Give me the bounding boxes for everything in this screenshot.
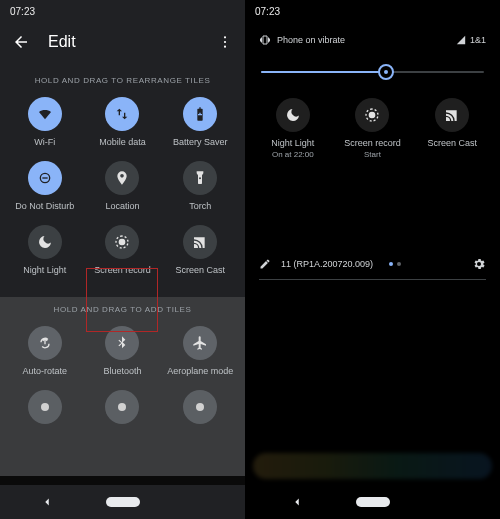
rearrange-hint: HOLD AND DRAG TO REARRANGE TILES — [0, 68, 245, 97]
tile-dnd[interactable]: Do Not Disturb — [6, 161, 84, 211]
qs-tile-screen-record[interactable]: Screen record Start — [333, 98, 413, 159]
tile-label: Mobile data — [99, 137, 146, 147]
tile-label: Screen record — [94, 265, 151, 275]
edit-pencil-icon[interactable] — [259, 258, 271, 270]
more-icon[interactable] — [217, 34, 233, 50]
tile-sublabel: Start — [364, 150, 381, 159]
tile-sublabel: On at 22:00 — [272, 150, 314, 159]
svg-point-8 — [196, 403, 204, 411]
svg-point-0 — [224, 36, 226, 38]
qs-tiles-grid: Night Light On at 22:00 Screen record St… — [245, 94, 500, 169]
tile-bluetooth[interactable]: Bluetooth — [84, 326, 162, 376]
tile-partial[interactable] — [161, 390, 239, 424]
build-row: 11 (RP1A.200720.009) — [245, 247, 500, 277]
qs-tile-night-light[interactable]: Night Light On at 22:00 — [253, 98, 333, 159]
tile-screen-cast[interactable]: Screen Cast — [161, 225, 239, 275]
tile-label: Bluetooth — [103, 366, 141, 376]
night-light-icon — [276, 98, 310, 132]
active-tiles-area: HOLD AND DRAG TO REARRANGE TILES Wi-Fi M… — [0, 62, 245, 297]
gear-icon[interactable] — [472, 257, 486, 271]
vibrate-icon[interactable] — [259, 34, 271, 46]
carrier-label: 1&1 — [470, 35, 486, 45]
tile-partial[interactable] — [6, 390, 84, 424]
edit-header: Edit — [0, 22, 245, 62]
screen-cast-icon — [183, 225, 217, 259]
tile-label: Aeroplane mode — [167, 366, 233, 376]
add-tiles-grid: Auto-rotate Bluetooth Aeroplane mode — [0, 326, 245, 436]
ring-status-text: Phone on vibrate — [277, 35, 345, 45]
add-tiles-area: HOLD AND DRAG TO ADD TILES Auto-rotate B… — [0, 297, 245, 476]
screen-record-icon — [105, 225, 139, 259]
tile-torch[interactable]: Torch — [161, 161, 239, 211]
bluetooth-icon — [105, 326, 139, 360]
partial-icon — [28, 390, 62, 424]
dot-active — [389, 262, 393, 266]
dot — [397, 262, 401, 266]
divider — [259, 279, 486, 280]
brightness-slider[interactable] — [261, 60, 484, 84]
location-icon — [105, 161, 139, 195]
torch-icon — [183, 161, 217, 195]
nav-back-icon[interactable] — [290, 495, 304, 509]
nav-back-icon[interactable] — [40, 495, 54, 509]
tile-wifi[interactable]: Wi-Fi — [6, 97, 84, 147]
tile-location[interactable]: Location — [84, 161, 162, 211]
brightness-fill — [261, 71, 386, 73]
tile-aeroplane[interactable]: Aeroplane mode — [161, 326, 239, 376]
tile-label: Torch — [189, 201, 211, 211]
back-arrow-icon[interactable] — [12, 33, 30, 51]
tile-mobile-data[interactable]: Mobile data — [84, 97, 162, 147]
signal-icon — [456, 35, 466, 45]
night-light-icon — [28, 225, 62, 259]
partial-icon — [105, 390, 139, 424]
status-time: 07:23 — [10, 6, 35, 17]
tile-label: Location — [105, 201, 139, 211]
tile-screen-record[interactable]: Screen record — [84, 225, 162, 275]
partial-icon — [183, 390, 217, 424]
tile-label: Do Not Disturb — [15, 201, 74, 211]
tile-label: Screen record — [344, 138, 401, 148]
svg-point-6 — [41, 403, 49, 411]
nav-home-pill[interactable] — [106, 497, 140, 507]
svg-point-1 — [224, 41, 226, 43]
tile-label: Battery Saver — [173, 137, 228, 147]
screen-record-icon — [355, 98, 389, 132]
ring-status-row: Phone on vibrate 1&1 — [245, 22, 500, 54]
auto-rotate-icon — [28, 326, 62, 360]
tile-label: Night Light — [271, 138, 314, 148]
svg-point-5 — [120, 239, 125, 244]
status-bar: 07:23 — [245, 0, 500, 22]
tile-label: Screen Cast — [427, 138, 477, 148]
page-title: Edit — [48, 33, 217, 51]
page-dots — [389, 262, 401, 266]
battery-saver-icon — [183, 97, 217, 131]
status-bar: 07:23 — [0, 0, 245, 22]
tile-night-light[interactable]: Night Light — [6, 225, 84, 275]
background-blur — [253, 453, 492, 479]
screen-cast-icon — [435, 98, 469, 132]
add-hint: HOLD AND DRAG TO ADD TILES — [0, 297, 245, 326]
tile-partial[interactable] — [84, 390, 162, 424]
tile-label: Auto-rotate — [23, 366, 68, 376]
svg-point-2 — [224, 46, 226, 48]
tile-battery-saver[interactable]: Battery Saver — [161, 97, 239, 147]
svg-point-7 — [118, 403, 126, 411]
svg-point-9 — [370, 112, 375, 117]
tile-label: Night Light — [23, 265, 66, 275]
wifi-icon — [28, 97, 62, 131]
active-tiles-grid: Wi-Fi Mobile data Battery Saver Do Not D… — [0, 97, 245, 287]
status-time: 07:23 — [255, 6, 280, 17]
aeroplane-icon — [183, 326, 217, 360]
tile-auto-rotate[interactable]: Auto-rotate — [6, 326, 84, 376]
dnd-icon — [28, 161, 62, 195]
mobile-data-icon — [105, 97, 139, 131]
nav-bar — [245, 485, 500, 519]
qs-tile-screen-cast[interactable]: Screen Cast — [412, 98, 492, 159]
edit-tiles-screen: 07:23 Edit HOLD AND DRAG TO REARRANGE TI… — [0, 0, 245, 519]
nav-bar — [0, 485, 245, 519]
quick-settings-screen: 07:23 Phone on vibrate 1&1 Night Light O… — [245, 0, 500, 519]
build-text: 11 (RP1A.200720.009) — [281, 259, 373, 269]
tile-label: Wi-Fi — [34, 137, 55, 147]
brightness-thumb[interactable] — [378, 64, 394, 80]
nav-home-pill[interactable] — [356, 497, 390, 507]
